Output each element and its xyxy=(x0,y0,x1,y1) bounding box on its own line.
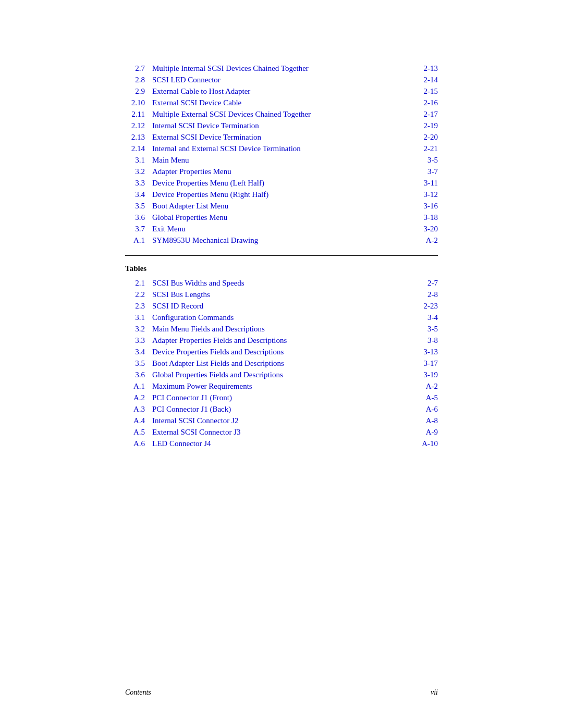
toc-row-left: 2.9 External Cable to Host Adapter xyxy=(125,87,419,96)
toc-page: 3-8 xyxy=(422,336,438,345)
toc-row-left: A.1 Maximum Power Requirements xyxy=(125,382,421,391)
section-divider xyxy=(125,255,438,256)
toc-title[interactable]: LED Connector J4 xyxy=(152,439,417,448)
toc-title[interactable]: SCSI Bus Widths and Speeds xyxy=(152,279,422,288)
toc-title[interactable]: Internal SCSI Device Termination xyxy=(152,121,419,130)
toc-page: 3-13 xyxy=(419,348,438,356)
toc-number: A.6 xyxy=(125,439,152,448)
toc-title[interactable]: SCSI Bus Lengths xyxy=(152,290,422,299)
toc-page: 2-16 xyxy=(419,98,438,107)
tables-section: Tables 2.1 SCSI Bus Widths and Speeds 2-… xyxy=(125,264,438,449)
toc-row-left: 3.1 Configuration Commands xyxy=(125,313,422,322)
toc-title[interactable]: External SCSI Connector J3 xyxy=(152,428,421,437)
toc-number: 3.3 xyxy=(125,336,152,345)
toc-title[interactable]: Exit Menu xyxy=(152,225,419,233)
toc-page: 2-19 xyxy=(419,121,438,130)
toc-title[interactable]: Multiple Internal SCSI Devices Chained T… xyxy=(152,64,419,73)
toc-row-left: 2.8 SCSI LED Connector xyxy=(125,76,419,84)
toc-number: 3.2 xyxy=(125,325,152,334)
toc-title[interactable]: Main Menu Fields and Descriptions xyxy=(152,325,422,334)
toc-row: 3.4 Device Properties Menu (Right Half) … xyxy=(125,189,438,200)
toc-row-left: 2.10 External SCSI Device Cable xyxy=(125,98,419,107)
toc-number: 3.2 xyxy=(125,167,152,176)
toc-row-left: 2.12 Internal SCSI Device Termination xyxy=(125,121,419,130)
toc-row: 3.5 Boot Adapter List Menu 3-16 xyxy=(125,200,438,212)
toc-row: 2.1 SCSI Bus Widths and Speeds 2-7 xyxy=(125,277,438,289)
toc-page: 3-5 xyxy=(422,325,438,334)
toc-page: 3-4 xyxy=(422,313,438,322)
toc-row: 2.2 SCSI Bus Lengths 2-8 xyxy=(125,289,438,300)
toc-row: 3.3 Device Properties Menu (Left Half) 3… xyxy=(125,177,438,189)
tables-heading: Tables xyxy=(125,264,438,273)
toc-title[interactable]: Global Properties Menu xyxy=(152,213,419,222)
toc-title[interactable]: Device Properties Menu (Right Half) xyxy=(152,190,419,199)
toc-title[interactable]: Multiple External SCSI Devices Chained T… xyxy=(152,110,419,119)
toc-row: A.5 External SCSI Connector J3 A-9 xyxy=(125,426,438,438)
toc-row-left: 3.4 Device Properties Menu (Right Half) xyxy=(125,190,419,199)
toc-title[interactable]: Device Properties Fields and Description… xyxy=(152,348,419,356)
toc-row-left: A.3 PCI Connector J1 (Back) xyxy=(125,405,421,414)
toc-title[interactable]: Adapter Properties Fields and Descriptio… xyxy=(152,336,422,345)
toc-title[interactable]: PCI Connector J1 (Back) xyxy=(152,405,421,414)
toc-title[interactable]: Global Properties Fields and Description… xyxy=(152,371,419,379)
toc-page: 3-7 xyxy=(422,167,438,176)
toc-row: A.4 Internal SCSI Connector J2 A-8 xyxy=(125,415,438,426)
toc-number: 2.14 xyxy=(125,144,152,153)
toc-page: A-2 xyxy=(421,236,438,245)
toc-row: A.6 LED Connector J4 A-10 xyxy=(125,438,438,449)
toc-title[interactable]: SCSI ID Record xyxy=(152,302,419,311)
toc-number: 3.1 xyxy=(125,313,152,322)
toc-number: 3.7 xyxy=(125,225,152,233)
toc-title[interactable]: External SCSI Device Cable xyxy=(152,98,419,107)
toc-page: A-6 xyxy=(421,405,438,414)
toc-page: 2-7 xyxy=(422,279,438,288)
toc-title[interactable]: Boot Adapter List Fields and Description… xyxy=(152,359,419,368)
toc-row-left: 3.3 Adapter Properties Fields and Descri… xyxy=(125,336,422,345)
toc-number: A.2 xyxy=(125,393,152,402)
toc-title[interactable]: Internal SCSI Connector J2 xyxy=(152,416,421,425)
toc-row-left: 3.2 Adapter Properties Menu xyxy=(125,167,422,176)
toc-page: 3-17 xyxy=(419,359,438,368)
toc-page: 2-15 xyxy=(419,87,438,96)
toc-title[interactable]: Adapter Properties Menu xyxy=(152,167,422,176)
toc-row: 2.9 External Cable to Host Adapter 2-15 xyxy=(125,85,438,97)
toc-row-left: 3.6 Global Properties Fields and Descrip… xyxy=(125,371,419,379)
footer-left: Contents xyxy=(125,688,151,697)
toc-title[interactable]: Main Menu xyxy=(152,156,422,165)
toc-row: A.3 PCI Connector J1 (Back) A-6 xyxy=(125,403,438,415)
toc-title[interactable]: Configuration Commands xyxy=(152,313,422,322)
toc-number: 3.5 xyxy=(125,202,152,211)
toc-number: 3.6 xyxy=(125,213,152,222)
toc-row-left: 3.1 Main Menu xyxy=(125,156,422,165)
toc-title[interactable]: External Cable to Host Adapter xyxy=(152,87,419,96)
toc-title[interactable]: External SCSI Device Termination xyxy=(152,133,419,142)
toc-row-left: 2.14 Internal and External SCSI Device T… xyxy=(125,144,419,153)
toc-row-left: 2.11 Multiple External SCSI Devices Chai… xyxy=(125,110,419,119)
toc-row-left: 2.13 External SCSI Device Termination xyxy=(125,133,419,142)
toc-number: 3.6 xyxy=(125,371,152,379)
toc-number: A.4 xyxy=(125,416,152,425)
toc-page: 3-12 xyxy=(419,190,438,199)
toc-title[interactable]: SCSI LED Connector xyxy=(152,76,419,84)
toc-row: 3.4 Device Properties Fields and Descrip… xyxy=(125,346,438,357)
toc-page: 2-8 xyxy=(422,290,438,299)
toc-number: A.5 xyxy=(125,428,152,437)
toc-title[interactable]: Maximum Power Requirements xyxy=(152,382,421,391)
toc-row-left: 3.5 Boot Adapter List Menu xyxy=(125,202,419,211)
toc-title[interactable]: Boot Adapter List Menu xyxy=(152,202,419,211)
toc-row: A.1 SYM8953U Mechanical Drawing A-2 xyxy=(125,235,438,246)
toc-title[interactable]: Internal and External SCSI Device Termin… xyxy=(152,144,419,153)
toc-title[interactable]: Device Properties Menu (Left Half) xyxy=(152,179,419,188)
toc-number: 2.2 xyxy=(125,290,152,299)
toc-number: 2.10 xyxy=(125,98,152,107)
toc-page: A-8 xyxy=(421,416,438,425)
toc-page: 3-20 xyxy=(419,225,438,233)
toc-title[interactable]: SYM8953U Mechanical Drawing xyxy=(152,236,421,245)
toc-number: 2.12 xyxy=(125,121,152,130)
toc-row-left: A.2 PCI Connector J1 (Front) xyxy=(125,393,421,402)
toc-page: 3-11 xyxy=(419,179,438,188)
toc-row: A.2 PCI Connector J1 (Front) A-5 xyxy=(125,392,438,403)
toc-row: 2.10 External SCSI Device Cable 2-16 xyxy=(125,97,438,108)
toc-title[interactable]: PCI Connector J1 (Front) xyxy=(152,393,421,402)
toc-row: 2.12 Internal SCSI Device Termination 2-… xyxy=(125,120,438,131)
